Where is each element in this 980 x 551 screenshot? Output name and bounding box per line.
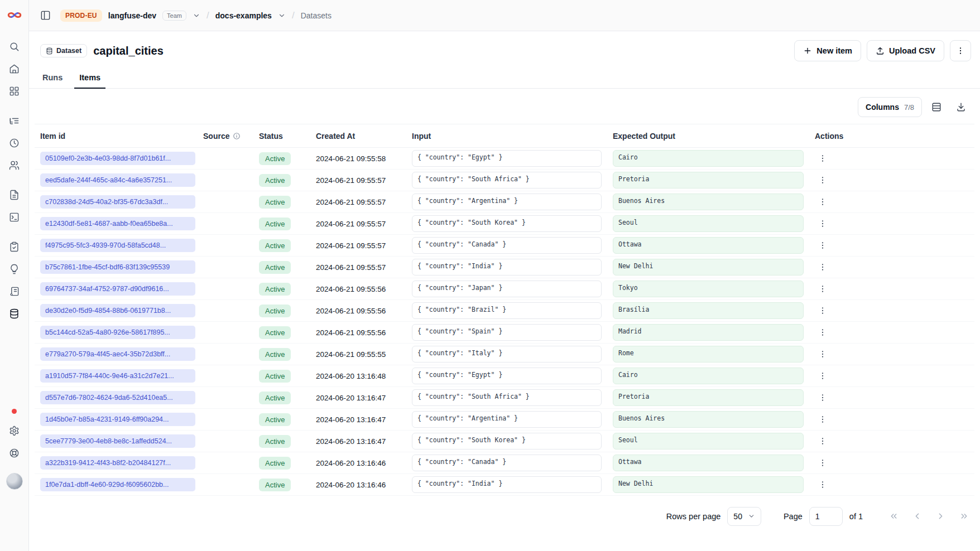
tracing-icon[interactable] [4,110,25,130]
last-page-button[interactable] [955,508,972,525]
dashboard-icon[interactable] [4,81,25,101]
item-id-link[interactable]: 1d45b0e7-b85a-4231-9149-6ff90a294... [40,413,195,426]
search-icon[interactable] [4,36,25,56]
expected-output-cell[interactable]: Brasília [613,302,804,319]
table-row[interactable]: b75c7861-1fbe-45cf-bdf6-83f139c95539 Act… [35,257,974,278]
table-row[interactable]: c702838d-24d5-40a2-bf35-67dc3a3df... Act… [35,191,974,213]
item-id-link[interactable]: 69764737-34af-4752-9787-d90df9616... [40,282,195,296]
evaluators-icon[interactable] [4,281,25,301]
settings-gear-icon[interactable] [4,420,25,441]
row-actions-button[interactable] [815,433,830,449]
expected-output-cell[interactable]: Buenos Aires [613,194,804,210]
langfuse-logo[interactable] [7,7,22,23]
row-actions-button[interactable] [815,216,830,231]
download-button[interactable] [951,97,971,117]
input-cell[interactable]: { "country": "Canada" } [412,237,602,254]
org-chevron-down-icon[interactable] [193,12,200,20]
sidebar-collapse-button[interactable] [36,7,54,25]
row-actions-button[interactable] [815,259,830,275]
playground-terminal-icon[interactable] [4,207,25,227]
page-number-input[interactable] [809,507,843,526]
table-row[interactable]: a1910d57-7f84-440c-9e46-a31c2d7e21... Ac… [35,365,974,387]
expected-output-cell[interactable]: New Delhi [613,259,804,276]
input-cell[interactable]: { "country": "Spain" } [412,324,602,341]
breadcrumb-datasets[interactable]: Datasets [301,11,332,20]
columns-button[interactable]: Columns 7/8 [858,97,922,117]
input-cell[interactable]: { "country": "Canada" } [412,455,602,471]
prompts-icon[interactable] [4,185,25,205]
insights-lightbulb-icon[interactable] [4,259,25,279]
row-actions-button[interactable] [815,325,830,340]
input-cell[interactable]: { "country": "Japan" } [412,281,602,297]
project-name[interactable]: docs-examples [215,11,272,20]
row-actions-button[interactable] [815,172,830,188]
item-id-link[interactable]: b75c7861-1fbe-45cf-bdf6-83f139c95539 [40,260,195,274]
row-actions-button[interactable] [815,238,830,253]
item-id-link[interactable]: e12430df-5e81-4687-aabb-f0ea65be8a... [40,217,195,230]
table-row[interactable]: 05109ef0-2e3b-4e03-98dd-8f7d01b61f... Ac… [35,148,974,170]
expected-output-cell[interactable]: Ottawa [613,237,804,254]
next-page-button[interactable] [932,508,949,525]
row-actions-button[interactable] [815,281,830,297]
row-actions-button[interactable] [815,368,830,384]
row-actions-button[interactable] [815,303,830,318]
table-row[interactable]: a322b319-9412-4f43-b8f2-b20484127f... Ac… [35,452,974,474]
input-cell[interactable]: { "country": "Argentina" } [412,194,602,210]
item-id-link[interactable]: c702838d-24d5-40a2-bf35-67dc3a3df... [40,195,195,209]
row-actions-button[interactable] [815,346,830,362]
expected-output-cell[interactable]: Tokyo [613,281,804,297]
input-cell[interactable]: { "country": "India" } [412,476,602,493]
previous-page-button[interactable] [909,508,925,525]
expected-output-cell[interactable]: Cairo [613,368,804,384]
new-item-button[interactable]: New item [794,40,861,61]
item-id-link[interactable]: 1f0e7da1-dbff-4e60-929d-f6095602bb... [40,478,195,491]
input-cell[interactable]: { "country": "Argentina" } [412,411,602,428]
expected-output-cell[interactable]: Madrid [613,324,804,341]
sessions-clock-icon[interactable] [4,133,25,153]
tab-runs[interactable]: Runs [41,69,64,88]
row-height-button[interactable] [926,97,947,117]
datasets-database-icon[interactable] [4,303,25,323]
annotation-icon[interactable] [4,236,25,257]
org-name[interactable]: langfuse-dev [108,11,156,20]
input-cell[interactable]: { "country": "Egypt" } [412,150,602,167]
input-cell[interactable]: { "country": "Brazil" } [412,302,602,319]
table-row[interactable]: f4975c95-5fc3-4939-970d-58fa5cd48... Act… [35,235,974,257]
expected-output-cell[interactable]: Seoul [613,215,804,232]
expected-output-cell[interactable]: Seoul [613,433,804,450]
item-id-link[interactable]: b5c144cd-52a5-4a80-926e-58617f895... [40,326,195,339]
home-icon[interactable] [4,59,25,79]
tab-items[interactable]: Items [78,69,102,88]
input-cell[interactable]: { "country": "South Africa" } [412,172,602,188]
table-row[interactable]: e12430df-5e81-4687-aabb-f0ea65be8a... Ac… [35,213,974,235]
item-id-link[interactable]: a1910d57-7f84-440c-9e46-a31c2d7e21... [40,369,195,383]
table-row[interactable]: eed5dafe-244f-465c-a84c-4a6e357251... Ac… [35,170,974,191]
input-cell[interactable]: { "country": "Egypt" } [412,368,602,384]
item-id-link[interactable]: e779a270-579a-4f45-aec4-35b72d3bff... [40,347,195,361]
item-id-link[interactable]: de30d2e0-f5d9-4854-88b6-0619771b8... [40,304,195,317]
page-more-actions-button[interactable] [950,40,971,61]
row-actions-button[interactable] [815,151,830,166]
user-avatar[interactable] [6,473,23,490]
upload-csv-button[interactable]: Upload CSV [867,40,944,61]
support-lifebuoy-icon[interactable] [4,443,25,463]
table-row[interactable]: d557e7d6-7802-4624-9da6-52d410ea5... Act… [35,387,974,409]
expected-output-cell[interactable]: Ottawa [613,455,804,471]
info-icon[interactable] [233,132,241,140]
first-page-button[interactable] [885,508,902,525]
input-cell[interactable]: { "country": "Italy" } [412,346,602,362]
table-row[interactable]: b5c144cd-52a5-4a80-926e-58617f895... Act… [35,322,974,344]
row-actions-button[interactable] [815,390,830,405]
row-actions-button[interactable] [815,194,830,210]
table-row[interactable]: e779a270-579a-4f45-aec4-35b72d3bff... Ac… [35,344,974,365]
item-id-link[interactable]: a322b319-9412-4f43-b8f2-b20484127f... [40,456,195,470]
item-id-link[interactable]: 05109ef0-2e3b-4e03-98dd-8f7d01b61f... [40,152,195,165]
table-row[interactable]: 5cee7779-3e00-4eb8-be8c-1affedd524... Ac… [35,431,974,452]
table-row[interactable]: de30d2e0-f5d9-4854-88b6-0619771b8... Act… [35,300,974,322]
expected-output-cell[interactable]: New Delhi [613,476,804,493]
users-icon[interactable] [4,155,25,175]
item-id-link[interactable]: f4975c95-5fc3-4939-970d-58fa5cd48... [40,239,195,252]
rows-per-page-select[interactable]: 50 [727,507,761,526]
input-cell[interactable]: { "country": "South Korea" } [412,433,602,450]
row-actions-button[interactable] [815,412,830,427]
